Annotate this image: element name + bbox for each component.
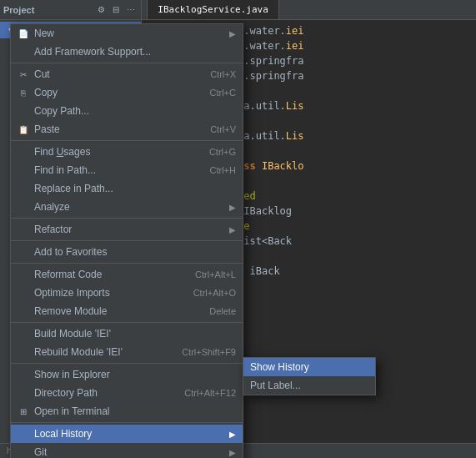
- rebuild-icon: [18, 346, 29, 358]
- settings-icon[interactable]: ⋯: [124, 3, 138, 17]
- remove-icon: [18, 305, 29, 317]
- menu-item-label: Rebuild Module 'IEI': [34, 346, 123, 358]
- shortcut-label: Ctrl+Shift+F9: [182, 347, 236, 357]
- submenu-arrow: ▶: [229, 448, 236, 457]
- build-icon: [18, 328, 29, 340]
- menu-divider: [11, 63, 243, 63]
- submenu-item-put-label[interactable]: Put Label...: [243, 376, 375, 395]
- directory-icon: [18, 387, 29, 399]
- explorer-icon: [18, 369, 29, 380]
- menu-item-local-history[interactable]: Local History ▶: [11, 425, 243, 443]
- menu-divider: [11, 363, 243, 364]
- menu-item-label: Add Framework Support...: [34, 46, 151, 58]
- gear-icon[interactable]: ⚙: [94, 3, 108, 17]
- sidebar-header: Project ⚙ ⊟ ⋯: [0, 0, 141, 20]
- submenu-arrow: ▶: [229, 203, 236, 212]
- shortcut-label: Ctrl+V: [210, 124, 236, 134]
- menu-item-new[interactable]: 📄 New ▶: [11, 24, 243, 43]
- menu-item-copy-path[interactable]: Copy Path...: [11, 102, 243, 120]
- menu-item-git[interactable]: Git ▶: [11, 443, 243, 458]
- shortcut-label: Ctrl+G: [209, 147, 236, 157]
- menu-item-label: Open in Terminal: [34, 405, 110, 417]
- context-menu: 📄 New ▶ Add Framework Support... ✂ Cut C…: [10, 23, 243, 458]
- replace-icon: [18, 183, 29, 194]
- menu-item-find-path[interactable]: Find in Path... Ctrl+H: [11, 161, 243, 179]
- git-icon: [18, 446, 29, 458]
- menu-divider: [11, 263, 243, 264]
- cut-icon: ✂: [18, 68, 29, 80]
- menu-item-open-terminal[interactable]: ⊞ Open in Terminal: [11, 402, 243, 420]
- menu-item-find-usages[interactable]: Find Usages Ctrl+G: [11, 143, 243, 161]
- menu-item-remove-module[interactable]: Remove Module Delete: [11, 302, 243, 320]
- shortcut-label: Ctrl+Alt+L: [195, 269, 236, 279]
- history-icon: [18, 428, 29, 440]
- menu-item-label: Optimize Imports: [34, 287, 110, 299]
- menu-item-favorites[interactable]: Add to Favorites: [11, 243, 243, 261]
- submenu-arrow: ▶: [229, 225, 236, 234]
- menu-item-label: Build Module 'IEI': [34, 328, 111, 340]
- menu-item-build[interactable]: Build Module 'IEI': [11, 325, 243, 343]
- shortcut-label: Delete: [209, 306, 236, 316]
- menu-item-replace-path[interactable]: Replace in Path...: [11, 179, 243, 198]
- menu-item-label: Paste: [34, 123, 60, 135]
- shortcut-label: Ctrl+C: [210, 88, 236, 98]
- menu-item-label: New: [34, 28, 54, 39]
- menu-item-label: Directory Path: [34, 387, 98, 399]
- menu-item-label: Show in Explorer: [34, 369, 110, 380]
- menu-item-refactor[interactable]: Refactor ▶: [11, 220, 243, 239]
- optimize-icon: [18, 287, 29, 299]
- copy-path-icon: [18, 105, 29, 117]
- analyze-icon: [18, 201, 29, 213]
- menu-divider: [11, 240, 243, 241]
- shortcut-label: Ctrl+X: [210, 69, 236, 79]
- refactor-icon: [18, 224, 29, 235]
- menu-item-copy[interactable]: ⎘ Copy Ctrl+C: [11, 83, 243, 102]
- menu-item-label: Reformat Code: [34, 269, 102, 280]
- menu-item-label: Add to Favorites: [34, 246, 107, 258]
- submenu-item-show-history[interactable]: Show History: [243, 358, 375, 376]
- tab-ibacklog[interactable]: IBacklogService.java: [148, 0, 278, 19]
- menu-item-label: Git: [34, 446, 47, 458]
- shortcut-label: Ctrl+Alt+F12: [184, 388, 236, 398]
- menu-divider: [11, 322, 243, 323]
- submenu-arrow: ▶: [229, 430, 236, 439]
- menu-item-paste[interactable]: 📋 Paste Ctrl+V: [11, 120, 243, 138]
- shortcut-label: Ctrl+Alt+O: [193, 288, 236, 298]
- terminal-icon: ⊞: [18, 405, 29, 417]
- menu-item-cut[interactable]: ✂ Cut Ctrl+X: [11, 65, 243, 83]
- layout-icon[interactable]: ⊟: [109, 3, 123, 17]
- menu-item-label: Copy: [34, 87, 58, 98]
- menu-item-show-explorer[interactable]: Show in Explorer: [11, 365, 243, 384]
- find-icon: [18, 146, 29, 158]
- copy-icon: ⎘: [18, 87, 29, 98]
- menu-item-directory-path[interactable]: Directory Path Ctrl+Alt+F12: [11, 384, 243, 402]
- framework-icon: [18, 46, 29, 58]
- paste-icon: 📋: [18, 123, 29, 135]
- menu-divider: [11, 218, 243, 219]
- menu-item-optimize[interactable]: Optimize Imports Ctrl+Alt+O: [11, 284, 243, 302]
- submenu-arrow: ▶: [229, 29, 236, 38]
- new-icon: 📄: [18, 28, 29, 39]
- menu-divider: [11, 140, 243, 141]
- menu-item-label: Copy Path...: [34, 105, 89, 117]
- menu-item-analyze[interactable]: Analyze ▶: [11, 198, 243, 216]
- menu-divider: [11, 422, 243, 423]
- menu-item-label: Replace in Path...: [34, 183, 113, 194]
- menu-item-label: Remove Module: [34, 305, 107, 317]
- menu-item-rebuild[interactable]: Rebuild Module 'IEI' Ctrl+Shift+F9: [11, 343, 243, 361]
- menu-item-add-framework[interactable]: Add Framework Support...: [11, 43, 243, 61]
- sidebar-toolbar: ⚙ ⊟ ⋯: [94, 3, 138, 17]
- menu-item-label: Analyze: [34, 201, 70, 213]
- shortcut-label: Ctrl+H: [210, 165, 236, 175]
- submenu-item-label: Put Label...: [250, 380, 301, 391]
- sidebar-title: Project: [3, 5, 34, 15]
- menu-item-label: Cut: [34, 68, 50, 80]
- menu-item-label: Refactor: [34, 224, 72, 235]
- local-history-submenu: Show History Put Label...: [243, 357, 376, 395]
- tab-ibacklog-label: IBacklogService.java: [158, 4, 268, 15]
- menu-item-label: Find Usages: [34, 146, 90, 158]
- reformat-icon: [18, 269, 29, 280]
- menu-item-reformat[interactable]: Reformat Code Ctrl+Alt+L: [11, 265, 243, 284]
- favorites-icon: [18, 246, 29, 258]
- menu-item-label: Find in Path...: [34, 164, 96, 176]
